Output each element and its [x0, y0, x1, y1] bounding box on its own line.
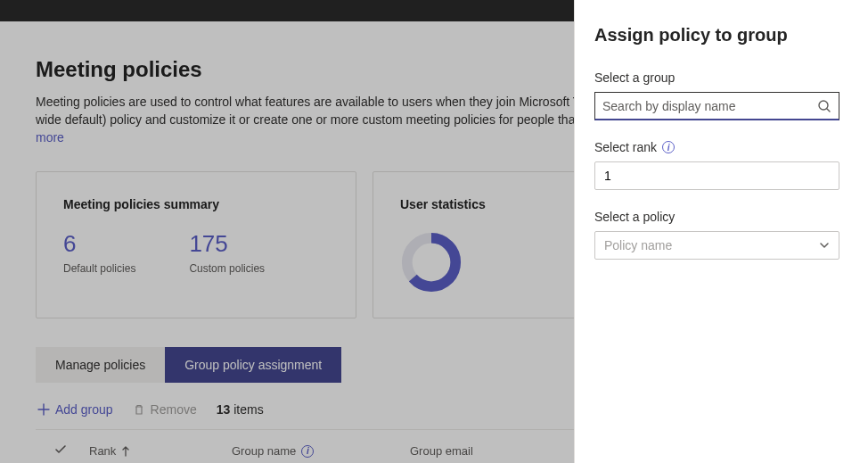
select-rank-label: Select rank i — [594, 140, 839, 154]
select-rank-label-text: Select rank — [594, 140, 657, 154]
item-count: 13 items — [217, 402, 264, 417]
column-email-label: Group email — [410, 444, 473, 458]
custom-policies-value: 175 — [189, 231, 265, 257]
rank-input-wrapper[interactable] — [594, 161, 839, 190]
chevron-down-icon — [819, 240, 830, 251]
trash-icon — [133, 403, 145, 416]
select-policy-label: Select a policy — [594, 210, 839, 224]
add-group-button[interactable]: Add group — [37, 402, 113, 417]
remove-button: Remove — [133, 402, 197, 417]
default-policies-metric: 6 Default policies — [63, 231, 135, 275]
group-search-input[interactable] — [602, 99, 817, 113]
assign-policy-panel: Assign policy to group Select a group Se… — [574, 0, 868, 463]
tab-manage-policies[interactable]: Manage policies — [36, 347, 165, 383]
policy-select[interactable]: Policy name — [594, 231, 839, 260]
custom-policies-metric: 175 Custom policies — [189, 231, 265, 275]
custom-policies-label: Custom policies — [189, 262, 265, 275]
checkmark-icon — [53, 442, 68, 457]
panel-title: Assign policy to group — [594, 25, 839, 45]
column-rank-label: Rank — [89, 444, 116, 458]
column-name-label: Group name — [232, 444, 296, 458]
default-policies-label: Default policies — [63, 262, 135, 275]
select-policy-field: Select a policy Policy name — [594, 210, 839, 260]
rank-input[interactable] — [604, 169, 830, 183]
summary-card-title: Meeting policies summary — [63, 197, 219, 211]
select-group-field: Select a group — [594, 70, 839, 120]
summary-card: Meeting policies summary 6 Default polic… — [36, 171, 356, 318]
remove-label: Remove — [151, 402, 197, 417]
search-icon — [817, 99, 831, 113]
add-group-label: Add group — [55, 402, 113, 417]
tab-group-policy-assignment[interactable]: Group policy assignment — [165, 347, 341, 383]
select-group-label: Select a group — [594, 70, 839, 85]
svg-point-2 — [819, 101, 828, 110]
info-icon[interactable]: i — [301, 445, 314, 458]
plus-icon — [37, 403, 50, 416]
column-rank[interactable]: Rank — [80, 444, 232, 458]
info-icon[interactable]: i — [662, 141, 675, 153]
column-checkbox[interactable] — [36, 442, 80, 459]
group-search-box[interactable] — [594, 92, 839, 120]
item-count-number: 13 — [217, 402, 231, 417]
policy-select-placeholder: Policy name — [604, 238, 672, 252]
sort-arrow-up-icon — [121, 446, 130, 457]
select-rank-field: Select rank i — [594, 140, 839, 190]
column-group-name[interactable]: Group name i — [232, 444, 410, 458]
item-count-suffix: items — [233, 402, 263, 417]
default-policies-value: 6 — [63, 231, 135, 257]
